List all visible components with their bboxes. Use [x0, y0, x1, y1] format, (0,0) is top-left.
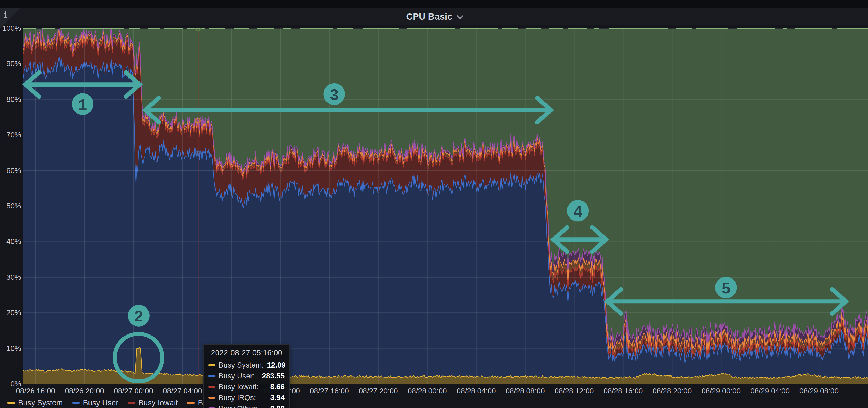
y-axis-label: 60% — [0, 166, 21, 175]
annotation-badge-2: 2 — [128, 305, 150, 327]
tooltip-series-value: 12.09 — [267, 361, 285, 369]
tooltip-row: Busy IRQs:3.94 — [208, 394, 285, 402]
y-axis-label: 80% — [0, 95, 21, 104]
legend-swatch — [187, 402, 195, 404]
tooltip-series-value: 8.66 — [270, 383, 285, 391]
chart-tooltip: 2022-08-27 05:16:00 Busy System:12.09Bus… — [204, 344, 290, 408]
tooltip-series-value: 283.55 — [262, 372, 285, 380]
annotation-badge-1: 1 — [72, 93, 93, 115]
legend-item-busy-system[interactable]: Busy System — [7, 399, 63, 407]
y-axis-label: 70% — [0, 131, 21, 139]
y-axis-label: 90% — [0, 60, 21, 68]
tooltip-row: Busy System:12.09 — [208, 361, 285, 369]
svg-text:3: 3 — [330, 86, 338, 103]
legend-swatch — [7, 402, 15, 404]
svg-text:1: 1 — [79, 96, 87, 113]
y-axis-label: 30% — [0, 273, 21, 281]
grafana-panel: CPU Basic i 12345 0%10%20%30%40%50%60%70… — [0, 0, 868, 408]
legend-item-busy-user[interactable]: Busy User — [72, 399, 118, 407]
x-axis-label: 08/29 08:00 — [788, 387, 849, 395]
legend-label: Busy User — [83, 399, 118, 407]
y-axis-label: 20% — [0, 308, 21, 317]
legend-item-busy-iowait[interactable]: Busy Iowait — [128, 399, 178, 407]
tooltip-timestamp: 2022-08-27 05:16:00 — [208, 348, 285, 357]
tooltip-series-label: Busy System: — [218, 361, 264, 369]
svg-text:4: 4 — [574, 203, 582, 220]
legend-label: Busy Iowait — [138, 399, 178, 407]
tooltip-series-label: Busy IRQs: — [218, 394, 267, 402]
svg-text:2: 2 — [134, 307, 143, 325]
tooltip-series-swatch — [208, 364, 215, 366]
tooltip-series-swatch — [208, 375, 215, 377]
legend-label: Busy System — [18, 399, 63, 407]
annotation-badge-4: 4 — [567, 200, 589, 222]
tooltip-row: Busy User:283.55 — [208, 372, 285, 380]
annotation-badge-3: 3 — [323, 83, 345, 105]
tooltip-row: Busy Other:0.80 — [208, 404, 285, 408]
y-axis-label: 10% — [0, 344, 21, 353]
tooltip-series-value: 3.94 — [270, 394, 285, 402]
legend-swatch — [128, 402, 135, 404]
tooltip-series-label: Busy Iowait: — [218, 383, 267, 391]
legend-swatch — [72, 402, 80, 404]
tooltip-series-label: Busy Other: — [218, 404, 267, 408]
tooltip-series-swatch — [208, 386, 215, 388]
y-axis-label: 100% — [0, 24, 21, 33]
svg-text:5: 5 — [722, 279, 730, 297]
annotation-badge-5: 5 — [715, 277, 737, 299]
tooltip-series-label: Busy User: — [218, 372, 259, 380]
tooltip-series-value: 0.80 — [270, 404, 285, 408]
tooltip-series-swatch — [208, 397, 215, 399]
y-axis-label: 50% — [0, 202, 21, 210]
y-axis-label: 40% — [0, 237, 21, 246]
legend: Busy SystemBusy UserBusy IowaitBusy IRQs — [7, 399, 235, 407]
cpu-usage-chart[interactable]: 12345 — [0, 0, 868, 408]
tooltip-row: Busy Iowait:8.66 — [208, 383, 285, 391]
